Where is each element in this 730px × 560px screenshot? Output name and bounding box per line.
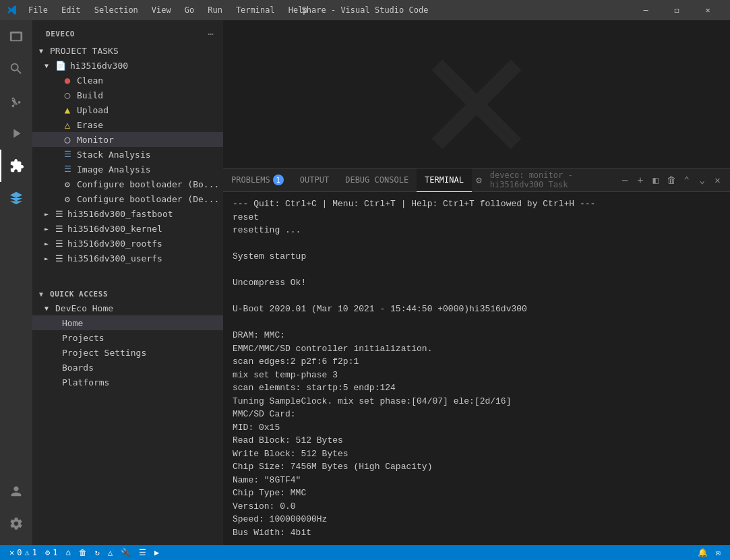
build-icon: ◯ (62, 90, 73, 100)
activity-source-control-icon[interactable] (0, 85, 32, 117)
userfs-icon: ☰ (55, 253, 63, 263)
status-warning[interactable]: △ (104, 545, 117, 560)
panel-close-icon[interactable]: ✕ (710, 170, 725, 189)
menu-file[interactable]: File (23, 4, 53, 16)
terminal-signal-icon[interactable]: ⎼ (617, 170, 632, 189)
task-erase[interactable]: △ Erase (32, 117, 223, 132)
quick-link-platforms[interactable]: Platforms (32, 375, 223, 390)
status-notifications[interactable]: 🔔 (694, 545, 712, 560)
kernel-arrow-icon: ► (44, 225, 53, 232)
image-analysis-icon: ☰ (62, 164, 73, 174)
status-warning-icon: △ (108, 548, 113, 557)
sub-project-userfs[interactable]: ► ☰ hi3516dv300_userfs (32, 251, 223, 266)
activity-bar (0, 20, 32, 545)
status-mail[interactable]: ✉ (712, 545, 725, 560)
task-upload[interactable]: ▲ Upload (32, 102, 223, 117)
activity-account-icon[interactable] (0, 475, 32, 507)
task-configure-de-label: Configure bootloader (De... (77, 194, 219, 204)
status-spinner[interactable]: ⚙ 1 (41, 545, 61, 560)
error-icon: ✕ (9, 548, 14, 557)
rootfs-arrow-icon: ► (44, 240, 53, 247)
project-arrow-icon: ▼ (44, 62, 53, 69)
editor-area: ✕ PROBLEMS 1 OUTPUT DEBUG CONSOLE TERMIN… (223, 20, 730, 545)
menu-edit[interactable]: Edit (56, 4, 86, 16)
task-build[interactable]: ◯ Build (32, 88, 223, 102)
terminal-split-icon[interactable]: ◧ (648, 170, 663, 189)
task-monitor-label: Monitor (77, 135, 114, 145)
menu-run[interactable]: Run (202, 4, 228, 16)
clean-icon: ● (62, 75, 73, 86)
activity-search-icon[interactable] (0, 53, 32, 85)
activity-extensions-icon[interactable] (0, 150, 32, 182)
activity-settings-icon[interactable] (0, 507, 32, 540)
tab-terminal[interactable]: TERMINAL (417, 168, 472, 192)
configure-de-icon: ⚙ (62, 194, 73, 204)
status-refresh[interactable]: ↻ (91, 545, 104, 560)
quick-link-boards[interactable]: Boards (32, 360, 223, 375)
kernel-label: hi3516dv300_kernel (67, 224, 162, 234)
erase-icon: △ (62, 119, 73, 130)
deveco-home-group[interactable]: ▼ DevEco Home (32, 301, 223, 315)
quick-link-boards-label: Boards (62, 363, 94, 373)
tab-debug-console[interactable]: DEBUG CONSOLE (337, 168, 417, 192)
task-monitor[interactable]: ◯ Monitor (32, 132, 223, 147)
project-tasks-section[interactable]: ▼ PROJECT TASKS (32, 44, 223, 58)
sub-project-fastboot[interactable]: ► ☰ hi3516dv300_fastboot (32, 206, 223, 221)
main-container: DEVECO ⋯ ▼ PROJECT TASKS ▼ 📄 hi3516dv300… (0, 20, 730, 545)
task-clean[interactable]: ● Clean (32, 73, 223, 88)
task-image-analysis[interactable]: ☰ Image Analysis (32, 162, 223, 177)
panel-expand-icon[interactable]: ⌄ (695, 170, 709, 189)
status-plug[interactable]: 🔌 (117, 545, 135, 560)
panel-collapse-icon[interactable]: ⌃ (679, 170, 694, 189)
task-configure-bo-label: Configure bootloader (Bo... (77, 179, 219, 189)
status-trash[interactable]: 🗑 (75, 545, 91, 560)
task-configure-bootloader-bo[interactable]: ⚙ Configure bootloader (Bo... (32, 177, 223, 191)
status-play[interactable]: ▶ (150, 545, 163, 560)
status-errors[interactable]: ✕ 0 ⚠ 1 (5, 545, 41, 560)
menu-view[interactable]: View (146, 4, 177, 16)
activity-bar-bottom (0, 475, 32, 545)
terminal-trash-icon[interactable]: 🗑 (664, 170, 678, 189)
deveco-home-arrow-icon: ▼ (44, 305, 53, 312)
tab-output[interactable]: OUTPUT (292, 168, 337, 192)
terminal-title: deveco: monitor - hi3516dv300 Task (490, 170, 614, 189)
quick-link-projects[interactable]: Projects (32, 330, 223, 345)
activity-explorer-icon[interactable] (0, 20, 32, 53)
tab-output-label: OUTPUT (300, 175, 329, 185)
quick-link-project-settings[interactable]: Project Settings (32, 345, 223, 360)
status-home[interactable]: ⌂ (61, 545, 74, 560)
menu-go[interactable]: Go (179, 4, 200, 16)
task-stack-analysis[interactable]: ☰ Stack Analysis (32, 147, 223, 162)
status-bar-right: 🔔 ✉ (694, 545, 725, 560)
window-title: Share - Visual Studio Code (302, 5, 429, 15)
vscode-logo-icon (7, 5, 18, 15)
plug-icon: 🔌 (121, 548, 131, 557)
activity-run-icon[interactable] (0, 117, 32, 150)
terminal-gear-icon[interactable]: ⚙ (472, 170, 486, 189)
tab-problems[interactable]: PROBLEMS 1 (223, 168, 292, 192)
terminal-content[interactable]: --- Quit: Ctrl+C | Menu: Ctrl+T | Help: … (223, 192, 730, 545)
fastboot-arrow-icon: ► (44, 210, 53, 218)
project-node[interactable]: ▼ 📄 hi3516dv300 (32, 58, 223, 73)
activity-deveco-icon[interactable] (0, 182, 32, 214)
status-menu[interactable]: ☰ (135, 545, 150, 560)
terminal-add-icon[interactable]: + (633, 170, 647, 189)
sub-project-kernel[interactable]: ► ☰ hi3516dv300_kernel (32, 221, 223, 236)
play-icon: ▶ (154, 548, 159, 557)
configure-bo-icon: ⚙ (62, 179, 73, 189)
task-configure-bootloader-de[interactable]: ⚙ Configure bootloader (De... (32, 191, 223, 206)
quick-access-section[interactable]: ▼ QUICK ACCESS (32, 286, 223, 301)
tab-debug-console-label: DEBUG CONSOLE (345, 175, 408, 185)
quick-link-project-settings-label: Project Settings (62, 348, 146, 358)
minimize-button[interactable]: — (630, 0, 661, 20)
sub-project-rootfs[interactable]: ► ☰ hi3516dv300_rootfs (32, 236, 223, 251)
menu-selection[interactable]: Selection (89, 4, 144, 16)
quick-link-home[interactable]: Home (32, 315, 223, 330)
maximize-button[interactable]: ◻ (661, 0, 692, 20)
menu-terminal[interactable]: Terminal (231, 4, 280, 16)
window-controls: — ◻ ✕ (630, 0, 723, 20)
refresh-icon: ↻ (95, 548, 100, 557)
project-icon: 📄 (55, 61, 66, 71)
close-button[interactable]: ✕ (692, 0, 723, 20)
sidebar-more-icon[interactable]: ⋯ (207, 27, 215, 40)
